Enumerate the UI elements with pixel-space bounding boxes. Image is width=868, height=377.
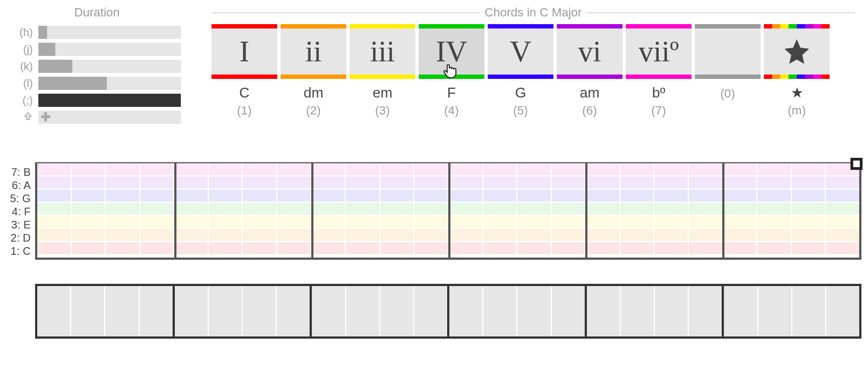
- note-cell[interactable]: [140, 176, 175, 188]
- note-cell[interactable]: [620, 229, 655, 241]
- duration-row-semicolon[interactable]: (;): [13, 92, 181, 108]
- note-cell[interactable]: [654, 242, 689, 254]
- note-cell[interactable]: [209, 176, 243, 188]
- note-cell[interactable]: [517, 190, 552, 202]
- chord-track-cell[interactable]: [552, 286, 585, 336]
- duration-row-k[interactable]: (k): [13, 58, 181, 75]
- note-cell[interactable]: [826, 190, 859, 202]
- chord-track-cell[interactable]: [587, 286, 621, 336]
- note-cell[interactable]: [346, 176, 380, 188]
- note-cell[interactable]: [552, 229, 586, 241]
- note-cell[interactable]: [414, 242, 449, 254]
- note-cell[interactable]: [106, 203, 140, 215]
- note-cell[interactable]: [792, 190, 826, 202]
- note-cell[interactable]: [757, 163, 792, 175]
- chord-track-cell[interactable]: [243, 286, 277, 336]
- chord-track-cell[interactable]: [621, 286, 655, 336]
- note-cell[interactable]: [620, 216, 655, 228]
- note-cell[interactable]: [757, 176, 792, 188]
- note-cell[interactable]: [414, 163, 449, 175]
- note-cell[interactable]: [552, 203, 586, 215]
- note-cell[interactable]: [586, 229, 620, 241]
- chord-track-cell[interactable]: [277, 286, 310, 336]
- chord-track-bar[interactable]: [449, 286, 587, 336]
- note-cell[interactable]: [106, 242, 140, 254]
- note-cell[interactable]: [346, 203, 380, 215]
- note-cell[interactable]: [620, 242, 655, 254]
- note-cell[interactable]: [106, 229, 140, 241]
- note-cell[interactable]: [380, 163, 415, 175]
- note-cell[interactable]: [346, 216, 380, 228]
- note-cell[interactable]: [449, 242, 483, 254]
- note-cell[interactable]: [654, 203, 689, 215]
- note-cell[interactable]: [37, 190, 72, 202]
- note-cell[interactable]: [586, 163, 620, 175]
- note-cell[interactable]: [826, 176, 859, 188]
- chord-button-viiº[interactable]: viiº: [626, 24, 692, 79]
- note-cell[interactable]: [483, 229, 518, 241]
- note-cell[interactable]: [620, 203, 655, 215]
- note-cell[interactable]: [140, 229, 175, 241]
- note-cell[interactable]: [106, 216, 140, 228]
- note-cell[interactable]: [654, 190, 689, 202]
- note-cell[interactable]: [792, 163, 826, 175]
- note-cell[interactable]: [380, 242, 415, 254]
- note-cell[interactable]: [174, 190, 209, 202]
- note-cell[interactable]: [414, 216, 449, 228]
- duration-row-j[interactable]: (j): [13, 41, 181, 58]
- note-cell[interactable]: [689, 203, 723, 215]
- note-cell[interactable]: [552, 190, 586, 202]
- note-cell[interactable]: [517, 229, 552, 241]
- chord-track-cell[interactable]: [655, 286, 689, 336]
- note-cell[interactable]: [483, 203, 518, 215]
- duration-row-shift[interactable]: ✚: [13, 109, 181, 125]
- duration-row-l[interactable]: (l): [13, 75, 181, 92]
- note-cell[interactable]: [312, 190, 346, 202]
- note-cell[interactable]: [449, 203, 483, 215]
- note-cell[interactable]: [517, 176, 552, 188]
- note-cell[interactable]: [826, 203, 859, 215]
- note-cell[interactable]: [106, 190, 140, 202]
- note-cell[interactable]: [209, 229, 243, 241]
- note-cell[interactable]: [277, 203, 312, 215]
- note-cell[interactable]: [414, 203, 449, 215]
- note-cell[interactable]: [140, 190, 175, 202]
- note-cell[interactable]: [826, 242, 859, 254]
- note-cell[interactable]: [209, 190, 243, 202]
- chord-track-cell[interactable]: [517, 286, 551, 336]
- note-cell[interactable]: [723, 216, 758, 228]
- chord-track-cell[interactable]: [758, 286, 792, 336]
- note-cell[interactable]: [449, 163, 483, 175]
- note-cell[interactable]: [826, 216, 859, 228]
- note-cell[interactable]: [72, 216, 106, 228]
- chord-button-rest[interactable]: [695, 24, 761, 79]
- note-cell[interactable]: [106, 163, 140, 175]
- note-cell[interactable]: [792, 216, 826, 228]
- note-cell[interactable]: [380, 216, 415, 228]
- note-cell[interactable]: [449, 176, 483, 188]
- chord-track-bar[interactable]: [37, 286, 175, 336]
- note-cell[interactable]: [72, 203, 106, 215]
- note-cell[interactable]: [346, 242, 380, 254]
- note-cell[interactable]: [209, 216, 243, 228]
- note-cell[interactable]: [346, 163, 380, 175]
- note-cell[interactable]: [449, 216, 483, 228]
- note-cell[interactable]: [312, 242, 346, 254]
- note-cell[interactable]: [586, 216, 620, 228]
- chord-button-ii[interactable]: ii: [281, 24, 346, 79]
- note-cell[interactable]: [174, 242, 209, 254]
- note-cell[interactable]: [209, 203, 243, 215]
- note-cell[interactable]: [37, 229, 72, 241]
- chord-button-I[interactable]: I: [212, 24, 277, 79]
- note-cell[interactable]: [654, 176, 689, 188]
- note-cell[interactable]: [72, 176, 106, 188]
- note-cell[interactable]: [414, 176, 449, 188]
- note-cell[interactable]: [312, 229, 346, 241]
- chord-track-cell[interactable]: [71, 286, 105, 336]
- note-cell[interactable]: [689, 176, 723, 188]
- note-cell[interactable]: [757, 190, 792, 202]
- note-cell[interactable]: [689, 229, 723, 241]
- note-cell[interactable]: [243, 163, 277, 175]
- note-cell[interactable]: [174, 163, 209, 175]
- note-cell[interactable]: [792, 229, 826, 241]
